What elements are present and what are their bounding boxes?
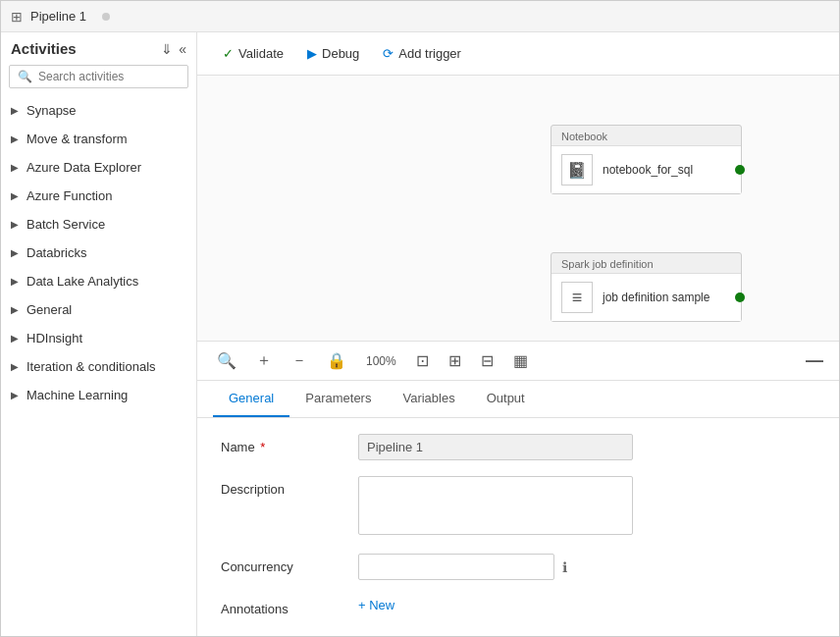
- description-textarea[interactable]: [358, 476, 633, 535]
- chevron-icon: ▶: [11, 361, 19, 372]
- sidebar: Activities ⇓ « 🔍 ▶ Synapse ▶ Move & tran…: [1, 32, 197, 636]
- add-icon[interactable]: ＋: [252, 346, 276, 375]
- notebook-card[interactable]: Notebook 📓 notebook_for_sql: [551, 125, 742, 194]
- sidebar-item-data-lake-analytics[interactable]: ▶ Data Lake Analytics: [1, 267, 196, 295]
- chevron-icon: ▶: [11, 162, 19, 173]
- card-label: Notebook: [551, 126, 741, 145]
- sidebar-item-databricks[interactable]: ▶ Databricks: [1, 239, 196, 267]
- chevron-icon: ▶: [11, 133, 19, 144]
- zoom-fit-icon[interactable]: ⊡: [412, 347, 433, 374]
- concurrency-label: Concurrency: [221, 554, 358, 574]
- search-box[interactable]: 🔍: [9, 65, 188, 88]
- tab-variables[interactable]: Variables: [387, 381, 470, 417]
- chevron-icon: ▶: [11, 304, 19, 315]
- panel-tabs: General Parameters Variables Output: [197, 381, 839, 418]
- sidebar-item-label: Azure Data Explorer: [26, 160, 141, 175]
- select-icon[interactable]: ⊞: [445, 347, 465, 374]
- name-input-wrapper: [358, 434, 633, 460]
- sidebar-header: Activities ⇓ «: [1, 32, 196, 65]
- minimize-icon[interactable]: —: [806, 350, 823, 371]
- annotations-label: Annotations: [221, 596, 358, 616]
- pipeline-title: Pipeline 1: [30, 9, 86, 24]
- tab-general[interactable]: General: [213, 381, 289, 417]
- annotations-row: Annotations + New: [221, 596, 815, 616]
- search-canvas-icon[interactable]: 🔍: [213, 347, 240, 374]
- card-body: ≡ job definition sample: [551, 273, 741, 321]
- required-star: *: [257, 440, 266, 454]
- filter-icon[interactable]: ⇓: [161, 41, 173, 57]
- panel-content: Name * Description: [197, 418, 839, 636]
- sidebar-item-label: Batch Service: [26, 217, 105, 232]
- sidebar-item-label: Data Lake Analytics: [26, 274, 138, 289]
- debug-icon: ▶: [307, 46, 317, 61]
- pipeline-canvas[interactable]: Notebook 📓 notebook_for_sql Spark job de…: [197, 76, 839, 342]
- activity-list: ▶ Synapse ▶ Move & transform ▶ Azure Dat…: [1, 96, 196, 636]
- debug-button[interactable]: ▶ Debug: [297, 41, 369, 66]
- pipeline-icon: ⊞: [11, 9, 23, 25]
- sidebar-item-label: HDInsight: [26, 331, 82, 345]
- chevron-icon: ▶: [11, 190, 19, 201]
- status-dot: [735, 165, 745, 175]
- card-name: notebook_for_sql: [603, 163, 693, 177]
- description-label: Description: [221, 476, 358, 497]
- tab-output[interactable]: Output: [471, 381, 541, 417]
- card-label: Spark job definition: [551, 253, 741, 273]
- pipeline-toolbar: ✓ Validate ▶ Debug ⟳ Add trigger: [197, 32, 839, 76]
- name-input[interactable]: [358, 434, 633, 460]
- new-annotation-button[interactable]: + New: [358, 596, 394, 614]
- sidebar-item-machine-learning[interactable]: ▶ Machine Learning: [1, 381, 196, 409]
- concurrency-input-wrapper: ℹ: [358, 554, 567, 580]
- sidebar-item-synapse[interactable]: ▶ Synapse: [1, 96, 196, 125]
- sidebar-title: Activities: [11, 40, 77, 57]
- sidebar-item-azure-function[interactable]: ▶ Azure Function: [1, 182, 196, 210]
- sidebar-item-iteration-conditionals[interactable]: ▶ Iteration & conditionals: [1, 352, 196, 381]
- concurrency-input[interactable]: [358, 554, 554, 580]
- search-input[interactable]: [38, 70, 180, 83]
- concurrency-row: Concurrency ℹ: [221, 554, 815, 580]
- sidebar-item-hdinsight[interactable]: ▶ HDInsight: [1, 324, 196, 352]
- chevron-icon: ▶: [11, 219, 19, 230]
- card-name: job definition sample: [603, 291, 709, 304]
- validate-button[interactable]: ✓ Validate: [213, 41, 293, 66]
- validate-icon: ✓: [223, 46, 234, 61]
- remove-icon[interactable]: －: [288, 346, 311, 375]
- sidebar-item-label: Databricks: [26, 245, 86, 260]
- chevron-icon: ▶: [11, 390, 19, 400]
- sidebar-item-label: Iteration & conditionals: [26, 359, 156, 374]
- chevron-icon: ▶: [11, 247, 19, 258]
- add-trigger-button[interactable]: ⟳ Add trigger: [373, 41, 471, 66]
- spark-card[interactable]: Spark job definition ≡ job definition sa…: [551, 252, 742, 322]
- sidebar-item-label: Move & transform: [26, 132, 128, 146]
- description-textarea-wrapper: [358, 476, 633, 538]
- trigger-icon: ⟳: [383, 46, 394, 61]
- bottom-panel: General Parameters Variables Output Name…: [197, 381, 839, 636]
- name-row: Name *: [221, 434, 815, 460]
- sidebar-item-move-transform[interactable]: ▶ Move & transform: [1, 125, 196, 153]
- canvas-toolbar: 🔍 ＋ － 🔒 100% ⊡ ⊞ ⊟ ▦ —: [197, 342, 839, 381]
- title-bar: ⊞ Pipeline 1: [1, 1, 839, 32]
- sidebar-controls[interactable]: ⇓ «: [161, 41, 186, 57]
- grid-icon[interactable]: ▦: [509, 347, 532, 374]
- spark-icon: ≡: [561, 282, 593, 313]
- canvas-area: ✓ Validate ▶ Debug ⟳ Add trigger Noteboo…: [197, 32, 839, 636]
- card-body: 📓 notebook_for_sql: [551, 145, 741, 193]
- info-icon: ℹ: [562, 559, 567, 575]
- sidebar-item-batch-service[interactable]: ▶ Batch Service: [1, 210, 196, 239]
- sidebar-item-label: Machine Learning: [26, 388, 128, 402]
- tab-parameters[interactable]: Parameters: [289, 381, 387, 417]
- notebook-icon: 📓: [561, 154, 593, 186]
- chevron-icon: ▶: [11, 333, 19, 344]
- collapse-icon[interactable]: «: [179, 41, 186, 57]
- sidebar-item-general[interactable]: ▶ General: [1, 295, 196, 324]
- sidebar-item-azure-data-explorer[interactable]: ▶ Azure Data Explorer: [1, 153, 196, 182]
- lock-icon[interactable]: 🔒: [323, 347, 350, 374]
- search-icon: 🔍: [18, 70, 32, 83]
- layout-icon[interactable]: ⊟: [477, 347, 498, 374]
- status-dot: [735, 292, 745, 302]
- chevron-icon: ▶: [11, 276, 19, 287]
- sidebar-item-label: General: [26, 302, 72, 317]
- sidebar-item-label: Synapse: [26, 103, 77, 118]
- chevron-icon: ▶: [11, 105, 19, 116]
- fit-icon[interactable]: 100%: [362, 350, 400, 372]
- description-row: Description: [221, 476, 815, 538]
